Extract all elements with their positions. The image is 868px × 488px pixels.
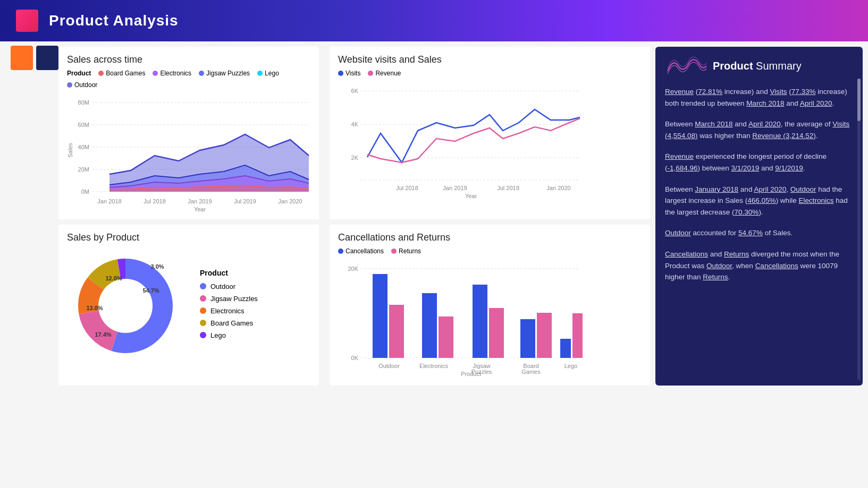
summary-p5: Outdoor accounted for 54.67% of Sales. bbox=[665, 227, 853, 239]
summary-p3: Revenue experienced the longest period o… bbox=[665, 151, 853, 174]
legend-visits: Visits bbox=[338, 70, 360, 77]
donut-legend: Product Outdoor Jigsaw Puzzles bbox=[200, 269, 258, 344]
legend-jigsaw: Jigsaw Puzzles bbox=[199, 70, 250, 77]
bar-lego-cancel bbox=[560, 339, 571, 358]
summary-p2: Between March 2018 and April 2020, the a… bbox=[665, 118, 853, 141]
legend-label-boardgames: Board Games bbox=[106, 70, 145, 77]
svg-text:0K: 0K bbox=[351, 355, 359, 361]
svg-text:4K: 4K bbox=[351, 121, 359, 127]
legend-dot-lego-donut bbox=[200, 332, 206, 338]
legend-dot-returns bbox=[391, 249, 397, 254]
svg-text:80M: 80M bbox=[78, 99, 89, 106]
svg-text:Year: Year bbox=[465, 193, 477, 199]
svg-text:Jul 2019: Jul 2019 bbox=[497, 185, 519, 191]
summary-header: Product Summary bbox=[665, 55, 853, 76]
legend-dot-cancel bbox=[338, 249, 343, 254]
summary-wave-icon bbox=[665, 55, 707, 76]
legend-outdoor: Outdoor bbox=[67, 81, 97, 89]
legend-dot-electronics bbox=[153, 71, 158, 76]
svg-text:Year: Year bbox=[194, 206, 206, 212]
legend-label-outdoor: Outdoor bbox=[74, 81, 97, 89]
bar-jigsaw-cancel bbox=[473, 285, 487, 358]
legend-dot-revenue bbox=[368, 71, 373, 76]
svg-text:Jul 2019: Jul 2019 bbox=[234, 198, 256, 204]
legend-label-jigsaw: Jigsaw Puzzles bbox=[206, 70, 250, 77]
donut-container: 54.7% 17.4% 13.0% 12.0% 3.0% Product bbox=[67, 247, 310, 364]
bar-outdoor-return bbox=[389, 305, 404, 358]
header: Product Analysis bbox=[0, 0, 868, 41]
svg-text:3.0%: 3.0% bbox=[150, 263, 164, 270]
legend-label-revenue: Revenue bbox=[375, 70, 401, 77]
svg-text:54.7%: 54.7% bbox=[142, 287, 159, 294]
legend-label-electronics: Electronics bbox=[160, 70, 191, 77]
svg-text:6K: 6K bbox=[351, 88, 359, 94]
legend-boardgames: Board Games bbox=[98, 70, 145, 77]
website-visits-panel: Website visits and Sales Visits Revenue bbox=[330, 47, 650, 219]
legend-electronics-donut: Electronics bbox=[200, 307, 258, 315]
svg-text:Electronics: Electronics bbox=[419, 363, 448, 369]
summary-title: Product Summary bbox=[713, 57, 802, 74]
legend-jigsaw-donut: Jigsaw Puzzles bbox=[200, 295, 258, 303]
charts-row-2: Sales by Product bbox=[58, 225, 650, 386]
donut-product-label: Product bbox=[200, 269, 258, 277]
bar-outdoor-cancel bbox=[373, 274, 387, 358]
bar-lego-return bbox=[572, 313, 583, 358]
summary-text: Revenue (72.81% increase) and Visits (77… bbox=[665, 86, 853, 283]
summary-panel: Product Summary Revenue (72.81% increase… bbox=[655, 47, 863, 386]
visits-chart-svg: 6K 4K 2K Jul 2018 Jan 2019 Jul 2019 Jan … bbox=[338, 80, 583, 202]
cancellations-title: Cancellations and Returns bbox=[338, 232, 642, 243]
legend-revenue: Revenue bbox=[368, 70, 401, 77]
bar-boardgames-cancel bbox=[520, 319, 535, 358]
scrollbar-track[interactable] bbox=[857, 79, 861, 380]
legend-dot-jigsaw-donut bbox=[200, 295, 206, 302]
sub-logo-orange bbox=[11, 46, 33, 70]
svg-text:Jul 2018: Jul 2018 bbox=[396, 185, 418, 191]
legend-dot-boardgames-donut bbox=[200, 320, 206, 326]
cancellations-panel: Cancellations and Returns Cancellations … bbox=[330, 225, 650, 386]
cancel-chart-svg: 20K 0K Product Outdoor Electronics bbox=[338, 258, 583, 380]
legend-dot-lego bbox=[257, 71, 263, 76]
svg-text:0M: 0M bbox=[81, 189, 89, 195]
legend-text-electronics: Electronics bbox=[210, 307, 245, 315]
svg-text:Sales: Sales bbox=[67, 143, 73, 158]
sales-by-product-panel: Sales by Product bbox=[58, 225, 319, 386]
svg-text:Jan 2018: Jan 2018 bbox=[97, 198, 121, 204]
legend-returns: Returns bbox=[391, 247, 421, 255]
summary-p4: Between January 2018 and April 2020, Out… bbox=[665, 184, 853, 218]
legend-dot-visits bbox=[338, 71, 343, 76]
legend-text-jigsaw: Jigsaw Puzzles bbox=[210, 295, 258, 303]
svg-text:2K: 2K bbox=[351, 155, 359, 161]
legend-text-outdoor: Outdoor bbox=[210, 282, 235, 290]
legend-boardgames-donut: Board Games bbox=[200, 319, 258, 327]
bar-electronics-cancel bbox=[422, 293, 437, 358]
svg-text:Jan 2019: Jan 2019 bbox=[188, 198, 212, 204]
svg-text:12.0%: 12.0% bbox=[105, 275, 122, 281]
logo-pink bbox=[16, 10, 38, 32]
charts-area: Sales across time Product Board Games El… bbox=[58, 47, 650, 386]
svg-text:Outdoor: Outdoor bbox=[378, 363, 400, 369]
svg-text:40M: 40M bbox=[78, 144, 89, 150]
sales-legend: Product Board Games Electronics Jigsaw P… bbox=[67, 70, 310, 89]
svg-text:Puzzles: Puzzles bbox=[471, 369, 492, 375]
legend-dot-jigsaw bbox=[199, 71, 204, 76]
sales-across-time-title: Sales across time bbox=[67, 54, 310, 65]
page-title: Product Analysis bbox=[49, 12, 179, 29]
header-logo bbox=[16, 10, 38, 32]
legend-label-returns: Returns bbox=[399, 247, 421, 255]
svg-text:13.0%: 13.0% bbox=[86, 305, 103, 311]
scrollbar-thumb[interactable] bbox=[857, 79, 861, 121]
svg-text:Games: Games bbox=[521, 369, 541, 375]
legend-dot-electronics-donut bbox=[200, 307, 206, 314]
bar-jigsaw-return bbox=[489, 308, 504, 358]
sales-by-product-title: Sales by Product bbox=[67, 232, 310, 243]
sub-logo-dark bbox=[36, 46, 58, 70]
svg-text:17.4%: 17.4% bbox=[95, 331, 111, 338]
sales-chart-svg: 80M 60M 40M 20M 0M Sales Jan 2018 Jul 20… bbox=[67, 92, 311, 214]
svg-text:Lego: Lego bbox=[564, 363, 577, 369]
legend-cancellations: Cancellations bbox=[338, 247, 384, 255]
sales-across-time-panel: Sales across time Product Board Games El… bbox=[58, 47, 319, 219]
svg-text:60M: 60M bbox=[78, 122, 89, 128]
legend-dot-outdoor-donut bbox=[200, 283, 206, 289]
legend-dot-boardgames bbox=[98, 71, 104, 76]
sub-logo-area bbox=[0, 41, 58, 391]
